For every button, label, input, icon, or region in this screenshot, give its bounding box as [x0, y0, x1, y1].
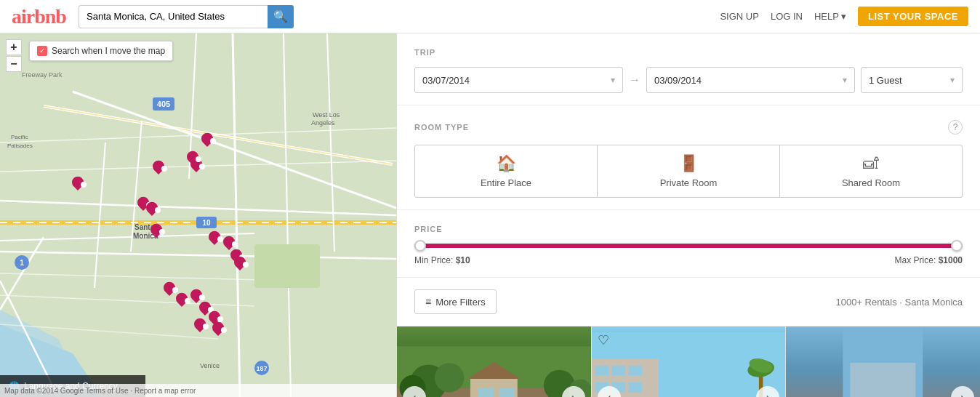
more-filters-label: More Filters: [435, 297, 486, 308]
right-panel: TRIP 03/07/2014 ▾ → 03/09/2014 ▾ 1 Guest…: [396, 33, 980, 397]
logo[interactable]: airbnb: [12, 5, 70, 28]
more-filters-section: ≡ More Filters 1000+ Rentals · Santa Mon…: [397, 278, 980, 326]
guests-select[interactable]: 1 Guest ▾: [861, 67, 963, 93]
map-controls: + −: [6, 39, 22, 72]
svg-text:West Los: West Los: [313, 111, 340, 119]
max-price-label: Max Price: $1000: [895, 255, 963, 265]
map-attribution-text: Map data ©2014 Google Terms of Use · Rep…: [4, 387, 196, 395]
listing-cards: ‹ › Airbnb.com: [397, 326, 980, 397]
search-input[interactable]: [79, 5, 268, 28]
svg-text:405: 405: [157, 100, 170, 108]
svg-rect-62: [628, 382, 641, 393]
room-type-section: ROOM TYPE ? 🏠 Entire Place 🚪 Private Roo…: [397, 105, 980, 210]
svg-text:Freeway Park: Freeway Park: [22, 71, 63, 79]
svg-point-45: [435, 363, 464, 392]
house-icon: 🏠: [497, 154, 516, 173]
price-section: PRICE Min Price: $10 Max Price: $1000: [397, 210, 980, 278]
entire-place-label: Entire Place: [481, 177, 531, 188]
price-range-track[interactable]: [414, 244, 963, 248]
room-type-label: ROOM TYPE: [414, 123, 469, 132]
help-link[interactable]: HELP ▾: [814, 11, 846, 22]
chevron-down-icon: ▾: [841, 11, 846, 22]
svg-text:Venice: Venice: [200, 362, 220, 369]
date-from-input[interactable]: 03/07/2014 ▾: [414, 67, 623, 93]
map-pin[interactable]: [156, 226, 168, 241]
search-icon: 🔍: [273, 9, 288, 23]
price-labels: Min Price: $10 Max Price: $1000: [414, 255, 963, 265]
map-panel: 405 10 1 187 Freeway Park Pacific Palisa…: [0, 33, 396, 397]
search-button[interactable]: 🔍: [268, 5, 294, 28]
price-min-thumb[interactable]: [414, 240, 426, 252]
zoom-out-button[interactable]: −: [6, 56, 22, 72]
search-move-checkbox[interactable]: [37, 46, 47, 56]
map-pin[interactable]: [158, 163, 170, 177]
chevron-down-icon-guests: ▾: [950, 75, 955, 85]
listing-card-2-image: [592, 326, 786, 397]
svg-rect-57: [595, 366, 608, 376]
sofa-icon: 🛋: [863, 154, 879, 173]
card-2-heart-button[interactable]: ♡: [598, 332, 609, 348]
map-pin[interactable]: [207, 135, 219, 150]
login-link[interactable]: LOG IN: [771, 11, 803, 22]
listing-card-3-image: [786, 326, 980, 397]
svg-rect-59: [628, 366, 641, 376]
map-attribution: Map data ©2014 Google Terms of Use · Rep…: [0, 384, 396, 397]
svg-text:Pacific: Pacific: [11, 134, 28, 140]
map-roads-svg: 405 10 1 187 Freeway Park Pacific Palisa…: [0, 33, 396, 397]
svg-rect-72: [851, 363, 916, 397]
svg-text:187: 187: [256, 365, 267, 372]
map-container[interactable]: 405 10 1 187 Freeway Park Pacific Palisa…: [0, 33, 396, 397]
entire-place-button[interactable]: 🏠 Entire Place: [414, 145, 598, 198]
svg-rect-24: [254, 244, 320, 288]
map-pin[interactable]: [78, 179, 89, 193]
map-pin[interactable]: [193, 153, 204, 168]
trip-section: TRIP 03/07/2014 ▾ → 03/09/2014 ▾ 1 Guest…: [397, 33, 980, 105]
listing-card-1[interactable]: ‹ › Airbnb.com: [397, 326, 592, 397]
trip-row: 03/07/2014 ▾ → 03/09/2014 ▾ 1 Guest ▾: [414, 67, 963, 93]
calendar-icon-2: ▾: [843, 75, 847, 85]
filter-icon: ≡: [425, 296, 431, 308]
logo-text: airbnb: [12, 5, 66, 28]
date-to-input[interactable]: 03/09/2014 ▾: [646, 67, 855, 93]
map-pin[interactable]: [200, 321, 212, 335]
shared-room-label: Shared Room: [842, 177, 900, 188]
price-max-thumb[interactable]: [951, 240, 963, 252]
listing-card-1-image: [397, 326, 591, 397]
search-move-label: Search when I move the map: [52, 46, 165, 56]
map-pin[interactable]: [240, 259, 252, 273]
map-pin[interactable]: [152, 204, 164, 219]
listing-card-2[interactable]: ♡ ‹ › Airbnb.com: [592, 326, 787, 397]
list-space-button[interactable]: LIST YOUR SPACE: [858, 7, 968, 26]
svg-text:10: 10: [202, 219, 211, 227]
zoom-in-button[interactable]: +: [6, 39, 22, 55]
header-nav: SIGN UP LOG IN HELP ▾ LIST YOUR SPACE: [720, 7, 968, 26]
trip-label: TRIP: [414, 48, 963, 57]
price-range-fill: [414, 244, 963, 248]
private-room-label: Private Room: [660, 177, 718, 188]
private-room-button[interactable]: 🚪 Private Room: [598, 145, 780, 198]
door-icon: 🚪: [679, 154, 699, 173]
more-filters-button[interactable]: ≡ More Filters: [414, 289, 497, 314]
date-separator-arrow: →: [629, 73, 640, 87]
svg-text:Palisades: Palisades: [7, 143, 33, 149]
listing-card-3[interactable]: ›: [786, 326, 980, 397]
map-pin[interactable]: [218, 324, 230, 339]
svg-text:1: 1: [20, 259, 24, 267]
results-count: 1000+ Rentals · Santa Monica: [835, 297, 963, 308]
room-type-help-button[interactable]: ?: [948, 120, 963, 135]
header: airbnb 🔍 SIGN UP LOG IN HELP ▾ LIST YOUR…: [0, 0, 980, 33]
min-price-label: Min Price: $10: [414, 255, 470, 265]
shared-room-button[interactable]: 🛋 Shared Room: [780, 145, 963, 198]
svg-rect-53: [499, 388, 515, 397]
svg-rect-58: [611, 366, 624, 376]
signup-link[interactable]: SIGN UP: [720, 11, 758, 22]
search-when-move-control[interactable]: Search when I move the map: [29, 41, 173, 61]
calendar-icon: ▾: [611, 75, 615, 85]
price-label: PRICE: [414, 225, 963, 233]
search-bar: 🔍: [79, 5, 294, 28]
svg-text:Angeles: Angeles: [311, 119, 335, 127]
svg-rect-52: [478, 388, 494, 397]
room-type-row: 🏠 Entire Place 🚪 Private Room 🛋 Shared R…: [414, 145, 963, 198]
